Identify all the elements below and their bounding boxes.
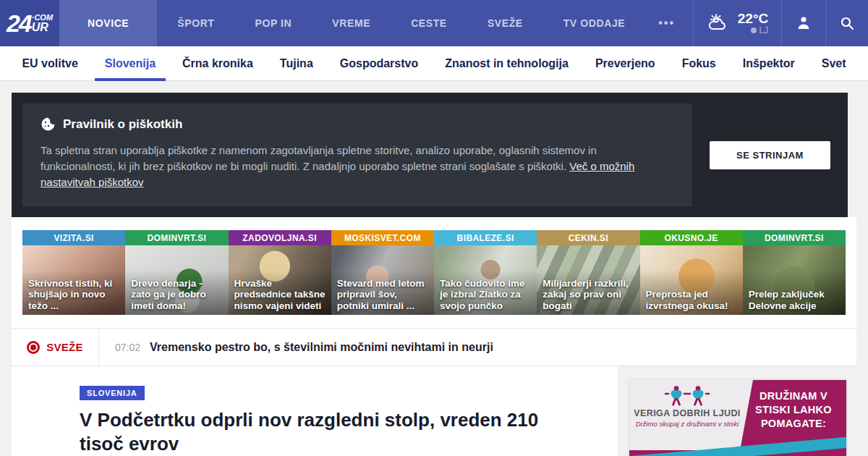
weather-location: LJ bbox=[751, 26, 769, 35]
nav-item-ceste[interactable]: CESTE bbox=[391, 0, 467, 46]
ad-message: DRUŽINAM V STISKI LAHKO POMAGATE: bbox=[744, 389, 843, 431]
nav-item-sport[interactable]: ŠPORT bbox=[157, 0, 234, 46]
heart-figures-icon bbox=[629, 386, 745, 406]
ticker-headline-link[interactable]: Vremensko pestro bo, s številnimi močnim… bbox=[150, 341, 493, 354]
promo-card-cekin[interactable]: CEKIN.SI Milijarderji razkrili, zakaj so… bbox=[537, 230, 639, 315]
promo-card-image: Prelep zaključek Delovne akcije bbox=[743, 245, 846, 315]
nav-item-vreme[interactable]: VREME bbox=[312, 0, 391, 46]
main-panel: VIZITA.SI Skrivnost tistih, ki shujšajo … bbox=[12, 217, 856, 456]
article-headline[interactable]: V Podčetrtku odprli nov razgledni stolp,… bbox=[80, 408, 550, 456]
user-profile-button[interactable] bbox=[781, 0, 825, 46]
breaking-news-ticker: SVEŽE 07:02 Vremensko pestro bo, s števi… bbox=[12, 328, 856, 366]
promo-card-title: Milijarderji razkrili, zakaj so prav oni… bbox=[542, 278, 635, 312]
promo-brand-label[interactable]: OKUSNO.JE bbox=[640, 230, 743, 245]
logo-ur: UR bbox=[32, 22, 53, 33]
bullseye-icon bbox=[27, 341, 40, 354]
logo-com: ·COM bbox=[32, 14, 53, 22]
top-bar: 24 ·COM UR NOVICE ŠPORT POP IN VREME CES… bbox=[0, 0, 868, 46]
subnav-item-inspektor[interactable]: Inšpektor bbox=[743, 46, 795, 81]
ad-column: VERIGA DOBRIH LJUDI Držimo skupaj z druž… bbox=[618, 366, 856, 456]
charity-ad-banner[interactable]: VERIGA DOBRIH LJUDI Držimo skupaj z druž… bbox=[629, 380, 846, 456]
nav-item-novice[interactable]: NOVICE bbox=[59, 0, 157, 46]
category-subnav: EU volitve Slovenija Črna kronika Tujina… bbox=[0, 46, 868, 81]
cookie-banner: Pravilnik o piškotkih Ta spletna stran u… bbox=[12, 93, 848, 217]
promo-card-image: Milijarderji razkrili, zakaj so prav oni… bbox=[537, 245, 639, 315]
logo-24: 24 bbox=[7, 9, 31, 38]
promo-card-vizita[interactable]: VIZITA.SI Skrivnost tistih, ki shujšajo … bbox=[22, 230, 125, 315]
weather-widget[interactable]: 22°C LJ bbox=[693, 0, 781, 46]
promo-card-title: Tako čudovito ime je izbral Zlatko za sv… bbox=[440, 278, 532, 312]
article-category-badge[interactable]: SLOVENIJA bbox=[80, 386, 145, 400]
promo-card-zadovoljna[interactable]: ZADOVOLJNA.SI Hrvaške predsednice takšne… bbox=[229, 230, 331, 315]
ad-logo-title: VERIGA DOBRIH LJUDI bbox=[629, 408, 745, 418]
promo-card-title: Drevo denarja - zato ga je dobro imeti d… bbox=[131, 278, 224, 312]
subnav-item-svet[interactable]: Svet bbox=[822, 46, 846, 81]
promo-card-okusno[interactable]: OKUSNO.JE Preprosta jed izvrstnega okusa… bbox=[640, 230, 743, 315]
user-icon bbox=[796, 15, 812, 31]
article-main: SLOVENIJA V Podčetrtku odprli nov razgle… bbox=[12, 366, 618, 456]
promo-card-dominvrt-2[interactable]: DOMINVRT.SI Prelep zaključek Delovne akc… bbox=[743, 230, 846, 315]
promo-card-title: Preprosta jed izvrstnega okusa! bbox=[646, 289, 739, 311]
weather-temperature: 22°C bbox=[738, 12, 768, 26]
nav-item-tv-oddaje[interactable]: TV ODDAJE bbox=[543, 0, 646, 46]
search-button[interactable] bbox=[825, 0, 868, 46]
promo-brand-label[interactable]: DOMINVRT.SI bbox=[743, 230, 846, 245]
promo-card-image: Tako čudovito ime je izbral Zlatko za sv… bbox=[434, 245, 537, 315]
promo-brand-label[interactable]: DOMINVRT.SI bbox=[125, 230, 228, 245]
promo-brand-label[interactable]: CEKIN.SI bbox=[537, 230, 639, 245]
subnav-item-gospodarstvo[interactable]: Gospodarstvo bbox=[340, 46, 418, 81]
promo-card-title: Skrivnost tistih, ki shujšajo in novo te… bbox=[28, 278, 121, 312]
subnav-item-preverjeno[interactable]: Preverjeno bbox=[595, 46, 655, 81]
ticker-timestamp: 07:02 bbox=[115, 342, 140, 353]
promo-card-image: Skrivnost tistih, ki shujšajo in novo te… bbox=[22, 245, 125, 315]
ad-logo-tagline: Držimo skupaj z družinami v stiski bbox=[629, 420, 745, 428]
cookie-icon bbox=[41, 117, 56, 132]
promo-card-title: Stevard med letom pripravil šov, potniki… bbox=[337, 278, 430, 312]
subnav-item-crna-kronika[interactable]: Črna kronika bbox=[182, 46, 253, 81]
promo-card-image: Hrvaške predsednice takšne nismo vajeni … bbox=[229, 245, 331, 315]
ticker-label: SVEŽE bbox=[46, 341, 83, 353]
content-row: SLOVENIJA V Podčetrtku odprli nov razgle… bbox=[12, 366, 856, 456]
promo-card-image: Preprosta jed izvrstnega okusa! bbox=[640, 245, 743, 315]
site-logo[interactable]: 24 ·COM UR bbox=[0, 0, 59, 46]
subnav-item-znanost[interactable]: Znanost in tehnologija bbox=[445, 46, 569, 81]
promo-card-dominvrt-1[interactable]: DOMINVRT.SI Drevo denarja - zato ga je d… bbox=[125, 230, 228, 315]
ad-logo: VERIGA DOBRIH LJUDI Držimo skupaj z druž… bbox=[629, 386, 745, 428]
cookie-banner-content: Pravilnik o piškotkih Ta spletna stran u… bbox=[22, 104, 692, 206]
weather-location-dot-icon bbox=[751, 28, 757, 33]
promo-card-bibaleze[interactable]: BIBALEZE.SI Tako čudovito ime je izbral … bbox=[434, 230, 537, 315]
cookie-accept-button[interactable]: SE STRINJAM bbox=[710, 141, 830, 169]
cookie-body-text: Ta spletna stran uporablja piškotke z na… bbox=[41, 143, 673, 190]
promo-brand-label[interactable]: VIZITA.SI bbox=[22, 230, 125, 245]
weather-cloud-sun-icon bbox=[707, 13, 731, 33]
promo-card-title: Prelep zaključek Delovne akcije bbox=[749, 289, 841, 311]
promo-card-strip: VIZITA.SI Skrivnost tistih, ki shujšajo … bbox=[22, 230, 846, 315]
cookie-button-zone: SE STRINJAM bbox=[692, 104, 848, 206]
promo-card-title: Hrvaške predsednice takšne nismo vajeni … bbox=[234, 278, 327, 312]
subnav-item-fokus[interactable]: Fokus bbox=[682, 46, 716, 81]
promo-brand-label[interactable]: MOSKISVET.COM bbox=[331, 230, 434, 245]
nav-item-pop-in[interactable]: POP IN bbox=[235, 0, 312, 46]
site-logo-text: 24 ·COM UR bbox=[7, 9, 53, 38]
promo-brand-label[interactable]: BIBALEZE.SI bbox=[434, 230, 537, 245]
subnav-item-eu-volitve[interactable]: EU volitve bbox=[22, 46, 77, 81]
promo-card-image: Stevard med letom pripravil šov, potniki… bbox=[331, 245, 434, 315]
ticker-sveze-button[interactable]: SVEŽE bbox=[12, 329, 99, 366]
subnav-item-slovenija[interactable]: Slovenija bbox=[105, 46, 156, 81]
promo-card-moskisvet[interactable]: MOSKISVET.COM Stevard med letom pripravi… bbox=[331, 230, 434, 315]
cookie-title: Pravilnik o piškotkih bbox=[63, 117, 182, 132]
nav-more-button[interactable]: ••• bbox=[645, 0, 688, 46]
promo-card-image: Drevo denarja - zato ga je dobro imeti d… bbox=[125, 245, 228, 315]
topbar-right-cluster: 22°C LJ bbox=[693, 0, 868, 46]
subnav-item-tujina[interactable]: Tujina bbox=[280, 46, 313, 81]
nav-item-sveze[interactable]: SVEŽE bbox=[467, 0, 543, 46]
promo-brand-label[interactable]: ZADOVOLJNA.SI bbox=[229, 230, 331, 245]
search-icon bbox=[839, 15, 855, 31]
